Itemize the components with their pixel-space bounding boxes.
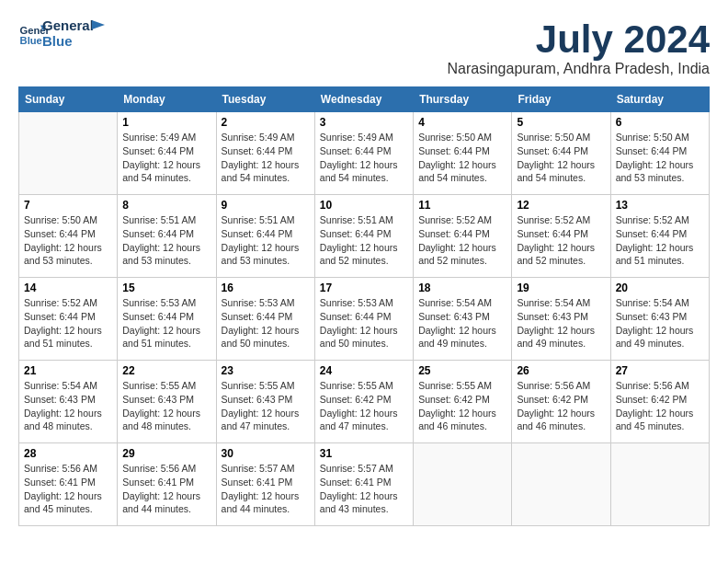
calendar-cell: 31Sunrise: 5:57 AMSunset: 6:41 PMDayligh… [314, 443, 413, 526]
calendar-week-row-1: 1Sunrise: 5:49 AMSunset: 6:44 PMDaylight… [19, 112, 710, 195]
day-info: Sunrise: 5:53 AMSunset: 6:44 PMDaylight:… [122, 296, 210, 350]
calendar-cell: 8Sunrise: 5:51 AMSunset: 6:44 PMDaylight… [118, 195, 216, 278]
day-number: 4 [418, 116, 506, 129]
day-number: 10 [320, 199, 408, 212]
day-info: Sunrise: 5:57 AMSunset: 6:41 PMDaylight:… [320, 462, 408, 516]
logo-flag-icon [92, 20, 110, 39]
day-number: 6 [616, 116, 704, 129]
day-info: Sunrise: 5:56 AMSunset: 6:41 PMDaylight:… [122, 462, 210, 516]
day-number: 16 [222, 282, 310, 294]
day-number: 23 [222, 364, 310, 377]
day-number: 17 [320, 282, 408, 294]
calendar-header-sunday: Sunday [19, 87, 118, 112]
calendar-header-wednesday: Wednesday [314, 87, 413, 112]
day-info: Sunrise: 5:49 AMSunset: 6:44 PMDaylight:… [122, 131, 210, 185]
calendar-week-row-4: 21Sunrise: 5:54 AMSunset: 6:43 PMDayligh… [19, 361, 710, 443]
day-info: Sunrise: 5:53 AMSunset: 6:44 PMDaylight:… [222, 296, 310, 350]
day-number: 22 [122, 364, 210, 377]
day-number: 11 [418, 199, 506, 212]
day-info: Sunrise: 5:49 AMSunset: 6:44 PMDaylight:… [320, 131, 408, 185]
day-number: 8 [122, 199, 210, 212]
calendar-header-monday: Monday [118, 87, 216, 112]
calendar-cell: 20Sunrise: 5:54 AMSunset: 6:43 PMDayligh… [610, 278, 709, 361]
calendar-cell: 5Sunrise: 5:50 AMSunset: 6:44 PMDaylight… [512, 112, 610, 195]
logo-blue: Blue [42, 34, 94, 50]
calendar-cell: 18Sunrise: 5:54 AMSunset: 6:43 PMDayligh… [414, 278, 512, 361]
day-number: 13 [616, 199, 704, 212]
day-info: Sunrise: 5:55 AMSunset: 6:42 PMDaylight:… [320, 379, 408, 433]
day-number: 20 [616, 282, 704, 294]
day-number: 27 [616, 364, 704, 377]
calendar-cell: 12Sunrise: 5:52 AMSunset: 6:44 PMDayligh… [512, 195, 610, 278]
day-info: Sunrise: 5:56 AMSunset: 6:42 PMDaylight:… [616, 379, 704, 433]
day-info: Sunrise: 5:55 AMSunset: 6:42 PMDaylight:… [418, 379, 506, 433]
day-number: 1 [122, 116, 210, 129]
day-info: Sunrise: 5:52 AMSunset: 6:44 PMDaylight:… [616, 213, 704, 268]
day-number: 2 [222, 116, 310, 129]
calendar-week-row-3: 14Sunrise: 5:52 AMSunset: 6:44 PMDayligh… [19, 278, 710, 361]
day-info: Sunrise: 5:50 AMSunset: 6:44 PMDaylight:… [517, 131, 605, 185]
day-info: Sunrise: 5:52 AMSunset: 6:44 PMDaylight:… [517, 213, 605, 268]
calendar-header-friday: Friday [512, 87, 610, 112]
day-number: 9 [222, 199, 310, 212]
calendar-cell: 26Sunrise: 5:56 AMSunset: 6:42 PMDayligh… [512, 361, 610, 443]
day-info: Sunrise: 5:52 AMSunset: 6:44 PMDaylight:… [24, 296, 112, 350]
day-info: Sunrise: 5:57 AMSunset: 6:41 PMDaylight:… [222, 462, 310, 516]
day-info: Sunrise: 5:50 AMSunset: 6:44 PMDaylight:… [616, 131, 704, 185]
day-number: 5 [517, 116, 605, 129]
day-info: Sunrise: 5:51 AMSunset: 6:44 PMDaylight:… [122, 213, 210, 268]
calendar-cell: 14Sunrise: 5:52 AMSunset: 6:44 PMDayligh… [19, 278, 118, 361]
day-number: 26 [517, 364, 605, 377]
calendar-cell: 27Sunrise: 5:56 AMSunset: 6:42 PMDayligh… [610, 361, 709, 443]
day-number: 18 [418, 282, 506, 294]
day-info: Sunrise: 5:55 AMSunset: 6:43 PMDaylight:… [222, 379, 310, 433]
location-title: Narasingapuram, Andhra Pradesh, India [447, 61, 710, 77]
day-number: 3 [320, 116, 408, 129]
day-info: Sunrise: 5:51 AMSunset: 6:44 PMDaylight:… [222, 213, 310, 268]
calendar-cell: 24Sunrise: 5:55 AMSunset: 6:42 PMDayligh… [314, 361, 413, 443]
month-title: July 2024 [447, 18, 710, 61]
calendar-cell [19, 112, 118, 195]
calendar-cell: 17Sunrise: 5:53 AMSunset: 6:44 PMDayligh… [314, 278, 413, 361]
day-number: 15 [122, 282, 210, 294]
logo-general: General [42, 18, 94, 34]
calendar-cell [610, 443, 709, 526]
day-number: 12 [517, 199, 605, 212]
calendar-cell: 25Sunrise: 5:55 AMSunset: 6:42 PMDayligh… [414, 361, 512, 443]
day-info: Sunrise: 5:50 AMSunset: 6:44 PMDaylight:… [418, 131, 506, 185]
calendar-cell: 2Sunrise: 5:49 AMSunset: 6:44 PMDaylight… [216, 112, 314, 195]
day-info: Sunrise: 5:55 AMSunset: 6:43 PMDaylight:… [122, 379, 210, 433]
calendar-cell [512, 443, 610, 526]
calendar-header-row: SundayMondayTuesdayWednesdayThursdayFrid… [19, 87, 710, 112]
calendar-cell: 4Sunrise: 5:50 AMSunset: 6:44 PMDaylight… [414, 112, 512, 195]
calendar-cell: 23Sunrise: 5:55 AMSunset: 6:43 PMDayligh… [216, 361, 314, 443]
calendar-week-row-2: 7Sunrise: 5:50 AMSunset: 6:44 PMDaylight… [19, 195, 710, 278]
calendar-cell: 9Sunrise: 5:51 AMSunset: 6:44 PMDaylight… [216, 195, 314, 278]
calendar-cell: 11Sunrise: 5:52 AMSunset: 6:44 PMDayligh… [414, 195, 512, 278]
day-number: 19 [517, 282, 605, 294]
day-info: Sunrise: 5:50 AMSunset: 6:44 PMDaylight:… [24, 213, 112, 268]
logo: General Blue General Blue [18, 18, 110, 49]
day-number: 29 [122, 447, 210, 460]
calendar-cell: 6Sunrise: 5:50 AMSunset: 6:44 PMDaylight… [610, 112, 709, 195]
title-section: July 2024 Narasingapuram, Andhra Pradesh… [447, 18, 710, 77]
day-info: Sunrise: 5:54 AMSunset: 6:43 PMDaylight:… [517, 296, 605, 350]
day-info: Sunrise: 5:53 AMSunset: 6:44 PMDaylight:… [320, 296, 408, 350]
calendar-cell: 1Sunrise: 5:49 AMSunset: 6:44 PMDaylight… [118, 112, 216, 195]
day-number: 28 [24, 447, 112, 460]
calendar-cell: 10Sunrise: 5:51 AMSunset: 6:44 PMDayligh… [314, 195, 413, 278]
calendar-cell: 7Sunrise: 5:50 AMSunset: 6:44 PMDaylight… [19, 195, 118, 278]
day-number: 7 [24, 199, 112, 212]
page-header: General Blue General Blue July 2024 Nara… [18, 18, 710, 77]
day-info: Sunrise: 5:51 AMSunset: 6:44 PMDaylight:… [320, 213, 408, 268]
calendar-cell: 28Sunrise: 5:56 AMSunset: 6:41 PMDayligh… [19, 443, 118, 526]
calendar-cell: 15Sunrise: 5:53 AMSunset: 6:44 PMDayligh… [118, 278, 216, 361]
calendar-cell: 22Sunrise: 5:55 AMSunset: 6:43 PMDayligh… [118, 361, 216, 443]
calendar-cell: 16Sunrise: 5:53 AMSunset: 6:44 PMDayligh… [216, 278, 314, 361]
calendar-cell: 21Sunrise: 5:54 AMSunset: 6:43 PMDayligh… [19, 361, 118, 443]
calendar-header-saturday: Saturday [610, 87, 709, 112]
day-info: Sunrise: 5:54 AMSunset: 6:43 PMDaylight:… [418, 296, 506, 350]
day-info: Sunrise: 5:52 AMSunset: 6:44 PMDaylight:… [418, 213, 506, 268]
day-info: Sunrise: 5:56 AMSunset: 6:41 PMDaylight:… [24, 462, 112, 516]
day-info: Sunrise: 5:54 AMSunset: 6:43 PMDaylight:… [616, 296, 704, 350]
